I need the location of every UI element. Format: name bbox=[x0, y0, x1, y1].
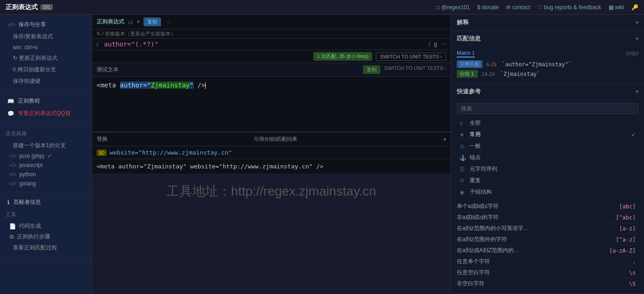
copy-test-button[interactable]: 复制 bbox=[363, 65, 380, 74]
regex-flags[interactable]: g bbox=[434, 41, 437, 47]
ref-row-0: 单个a或b或c字符 [abc] bbox=[457, 201, 638, 212]
cat-item-common[interactable]: ★ 常用 ✓ bbox=[457, 129, 638, 140]
explain-title: 解释 bbox=[457, 18, 469, 27]
cat-common-label: 常用 bbox=[470, 131, 481, 138]
sidebar-lang-javascript[interactable]: </> javascript bbox=[0, 161, 92, 170]
quick-search-input[interactable] bbox=[457, 103, 638, 114]
test-group-highlight: Zjmainstay bbox=[151, 81, 190, 89]
test-header: 测试文本 复制 SWITCH TO UNIT TESTS › bbox=[92, 63, 451, 77]
match-full-row: 完整匹配 6-25 `author="Zjmainstay"` bbox=[457, 60, 638, 68]
ref-row-5: 任意单个字符 . bbox=[457, 256, 638, 267]
ref-row-2: 在a到z范围内的小写英语字… [a-z] bbox=[457, 223, 638, 234]
full-match-value: `author="Zjmainstay"` bbox=[502, 61, 572, 68]
topbar-twitter-link[interactable]: □ @regex101 bbox=[437, 4, 470, 11]
regex-prefix: / bbox=[97, 41, 98, 48]
cat-item-general[interactable]: ◎ 一般 bbox=[457, 141, 638, 151]
explain-header[interactable]: 解释 ▾ bbox=[451, 15, 644, 30]
cat-item-repeat[interactable]: ↺ 重复 bbox=[457, 175, 638, 186]
explain-chevron-icon: ▾ bbox=[636, 19, 638, 26]
sidebar-tools-title: 工具 bbox=[0, 208, 92, 221]
topbar-app-title: 正则表达式 bbox=[6, 3, 38, 12]
list-icon: ≡ bbox=[460, 120, 466, 127]
regex-more-icon: ⋯ bbox=[441, 41, 446, 47]
sidebar-update-label[interactable]: ↻ 更新正则表达式 bbox=[0, 52, 92, 64]
topbar-donate-link[interactable]: $ donate bbox=[477, 4, 499, 11]
topbar-contact-link[interactable]: ✉ contact bbox=[506, 4, 530, 11]
sidebar-new-branch[interactable]: 新建一个版本1的分支 bbox=[0, 140, 92, 151]
sidebar-lang-golang[interactable]: </> golang bbox=[0, 179, 92, 188]
cat-item-anchor[interactable]: ⚓ 锚点 bbox=[457, 152, 638, 163]
arrow-annotation: ← bbox=[167, 19, 172, 25]
switch-unit-tests-label: SWITCH TO UNIT TESTS › bbox=[384, 65, 446, 74]
sidebar-lang-pcre[interactable]: </> pcre (php) ✓ bbox=[0, 151, 92, 161]
cat-general-label: 一般 bbox=[470, 142, 481, 150]
sidebar-view-match[interactable]: 查看正则匹配过程 bbox=[0, 242, 92, 254]
sidebar-item-tutorial[interactable]: 📖 正则教程 bbox=[0, 95, 92, 107]
code-brackets-icon3: </> bbox=[9, 172, 17, 177]
group1-range: 14-24 bbox=[482, 71, 494, 77]
right-panel: 解释 ▾ 匹配信息 ▾ Match 1 分组0 完整匹配 6-25 `autho… bbox=[451, 15, 644, 294]
test-text-prefix: <meta bbox=[97, 81, 120, 89]
cat-item-group[interactable]: ◉ 子组结构 bbox=[457, 187, 638, 197]
refresh-icon: ↻ bbox=[13, 55, 17, 61]
cat-all-label: 全部 bbox=[470, 119, 481, 127]
regex-bar-label: 正则表达式 bbox=[97, 18, 124, 26]
ref-row-7: 非空白字符 \S bbox=[457, 278, 638, 289]
code-icon: </> bbox=[7, 22, 15, 28]
switch-unit-tests-button[interactable]: SWITCH TO UNIT TESTS › bbox=[376, 52, 446, 61]
cat-repeat-label: 重复 bbox=[470, 177, 481, 184]
sidebar-save-share-label: 保存与分享 bbox=[18, 21, 46, 29]
sidebar-lang-python[interactable]: </> python bbox=[0, 170, 92, 179]
quick-ref-header[interactable]: 快速参考 ▾ bbox=[451, 84, 644, 99]
main-content: 正则表达式 v1 ▾ 复制 ← ↻ / 初换版本（更新会产生新版本） / / g… bbox=[92, 15, 451, 294]
cat-item-charseq[interactable]: ☰ 元字符序列 bbox=[457, 164, 638, 174]
group1-value: `Zjmainstay` bbox=[500, 71, 540, 77]
sidebar-lang-section: 语言风格 新建一个版本1的分支 </> pcre (php) ✓ </> jav… bbox=[0, 124, 92, 192]
quick-ref-chevron-icon: ▾ bbox=[636, 88, 638, 95]
sidebar-item-save-share[interactable]: </> 保存与分享 bbox=[0, 18, 92, 31]
match-info-header[interactable]: 匹配信息 ▾ bbox=[451, 31, 644, 46]
repeat-icon: ↺ bbox=[460, 178, 466, 184]
gear-icon: ⚙ bbox=[9, 234, 14, 240]
init-version-bar: ↻ / 初换版本（更新会产生新版本） bbox=[92, 29, 451, 39]
match-tabs: Match 1 分组0 bbox=[457, 50, 638, 58]
regex-version-arrow: ▾ bbox=[137, 19, 140, 25]
ref-row-6: 任意空白字符 \s bbox=[457, 267, 638, 278]
sidebar-tutorial-section: 📖 正则教程 💬 专挚正则表达式QQ群 bbox=[0, 91, 92, 124]
topbar-bug-link[interactable]: ♡ bug reports & feedback bbox=[537, 4, 601, 11]
quick-ref-body: ≡ 全部 ★ 常用 ✓ ◎ 一般 ⚓ 锚点 bbox=[451, 99, 644, 293]
regex-copy-button[interactable]: 复制 bbox=[144, 17, 161, 26]
watermark-area: 工具地址：http://regex.zjmainstay.cn bbox=[92, 173, 451, 209]
sidebar-item-contributor[interactable]: ℹ 页献者信息 bbox=[0, 196, 92, 208]
topbar-wiki-link[interactable]: ▦ wiki bbox=[609, 4, 624, 11]
file-icon: 📄 bbox=[9, 223, 16, 230]
test-text-area[interactable]: <meta author="Zjmainstay" /> bbox=[92, 77, 451, 132]
full-match-badge: 完整匹配 bbox=[457, 60, 483, 68]
match-badge: 1 次匹配, 35 步 (~0ms) bbox=[313, 52, 372, 61]
group0-label: 分组0 bbox=[626, 50, 638, 58]
sidebar-regex-exec[interactable]: ⚙ 正则执行步骤 bbox=[0, 231, 92, 242]
ref-row-1: 非a或b或c的字符 [^abc] bbox=[457, 212, 638, 223]
code-brackets-icon2: </> bbox=[9, 162, 17, 168]
lines-icon: ☰ bbox=[460, 166, 466, 173]
sidebar-code-gen[interactable]: 📄 代码生成 bbox=[0, 221, 92, 231]
test-label: 测试文本 bbox=[97, 66, 119, 74]
cat-item-all[interactable]: ≡ 全部 bbox=[457, 118, 638, 128]
sidebar-save-update[interactable]: 保存/更新表达式 bbox=[0, 31, 92, 42]
qq-icon: 💬 bbox=[7, 110, 14, 117]
text-cursor bbox=[205, 82, 206, 89]
ref-row-3: 在a到z范围外的字符 [^a-z] bbox=[457, 234, 638, 245]
group1-badge: 分组 1. bbox=[457, 70, 478, 78]
topbar-key-icon: 🔑 bbox=[632, 4, 638, 11]
sidebar-copy-label[interactable]: ⎘ 拷贝创建新分支 bbox=[0, 64, 92, 75]
sidebar-item-qqgroup[interactable]: 💬 专挚正则表达式QQ群 bbox=[0, 107, 92, 120]
replace-header: 替换 引用分组0匹配结果 ▾ bbox=[92, 133, 451, 146]
cat-check-icon: ✓ bbox=[631, 132, 636, 138]
watermark-text: 工具地址：http://regex.zjmainstay.cn bbox=[167, 184, 376, 198]
match-tab-1[interactable]: Match 1 bbox=[457, 50, 475, 58]
regex-input[interactable] bbox=[100, 40, 429, 48]
replace-label: 替换 bbox=[97, 135, 108, 143]
cat-anchor-label: 锚点 bbox=[470, 154, 481, 161]
replace-input[interactable] bbox=[109, 149, 446, 156]
topbar: 正则表达式 101 □ @regex101 $ donate ✉ contact… bbox=[0, 0, 644, 15]
